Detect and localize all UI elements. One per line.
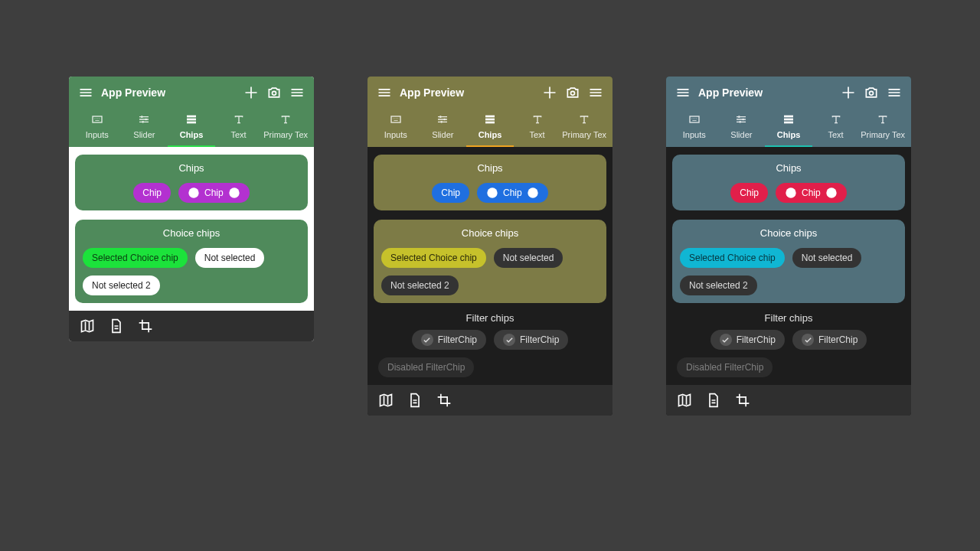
- overflow-menu-icon[interactable]: [289, 85, 305, 100]
- chip[interactable]: Chip: [133, 183, 171, 203]
- chips-card: Chips Chip Chip: [672, 155, 905, 210]
- map-icon[interactable]: [80, 318, 95, 334]
- map-icon[interactable]: [378, 393, 394, 408]
- tab-inputs[interactable]: Inputs: [74, 113, 121, 147]
- document-icon[interactable]: [109, 318, 124, 334]
- tune-icon: [138, 113, 150, 126]
- page-content: Chips Chip Chip Choice chips Selected Ch…: [666, 147, 911, 385]
- card-title: Choice chips: [760, 227, 817, 239]
- choice-chip-selected[interactable]: Selected Choice chip: [381, 248, 486, 268]
- filter-chip[interactable]: FilterChip: [710, 330, 785, 350]
- account-icon: [188, 187, 200, 199]
- menu-icon[interactable]: [675, 85, 691, 100]
- filter-chips-section: Filter chips FilterChip FilterChip Disab…: [374, 312, 606, 377]
- tab-slider[interactable]: Slider: [420, 113, 467, 147]
- filter-chip[interactable]: FilterChip: [792, 330, 867, 350]
- app-header: App Preview Inputs Slider Chips Text Pri…: [666, 77, 911, 147]
- chip[interactable]: Chip: [432, 183, 469, 203]
- section-title: Filter chips: [672, 312, 905, 324]
- tune-icon: [436, 113, 449, 126]
- document-icon[interactable]: [407, 393, 423, 408]
- add-icon[interactable]: [841, 85, 856, 100]
- check-icon: [421, 334, 433, 346]
- storage-icon: [782, 113, 795, 126]
- storage-icon: [484, 113, 496, 126]
- app-header: App Preview Inputs Slider Chips Text Pri…: [69, 77, 314, 147]
- chips-card: Chips Chip Chip: [75, 155, 308, 210]
- choice-chips-card: Choice chips Selected Choice chip Not se…: [75, 220, 308, 303]
- phone-preview: App Preview Inputs Slider Chips Text Pri…: [69, 77, 314, 341]
- camera-icon[interactable]: [864, 85, 879, 100]
- tab-text[interactable]: Text: [514, 113, 561, 147]
- choice-chip[interactable]: Not selected: [195, 248, 265, 268]
- close-icon[interactable]: [825, 187, 838, 199]
- choice-chip-selected[interactable]: Selected Choice chip: [83, 248, 188, 268]
- choice-chip[interactable]: Not selected 2: [83, 276, 160, 295]
- tab-slider[interactable]: Slider: [121, 113, 168, 147]
- close-icon[interactable]: [527, 187, 539, 199]
- tab-bar: Inputs Slider Chips Text Primary Tex: [69, 109, 314, 147]
- map-icon[interactable]: [677, 393, 692, 408]
- tab-chips[interactable]: Chips: [466, 113, 514, 147]
- camera-icon[interactable]: [266, 85, 282, 100]
- add-icon[interactable]: [542, 85, 557, 100]
- avatar-chip[interactable]: Chip: [178, 183, 250, 203]
- card-title: Choice chips: [462, 227, 518, 239]
- bottom-bar: [368, 385, 612, 416]
- tab-bar: Inputs Slider Chips Text Primary Tex: [666, 109, 911, 147]
- check-icon: [802, 334, 814, 346]
- menu-icon[interactable]: [78, 85, 93, 100]
- filter-chip-disabled: Disabled FilterChip: [378, 357, 474, 377]
- choice-chip[interactable]: Not selected 2: [680, 276, 757, 295]
- text-fields-icon: [531, 113, 544, 126]
- section-title: Filter chips: [374, 312, 606, 324]
- account-icon: [785, 187, 797, 199]
- close-icon[interactable]: [228, 187, 240, 199]
- avatar-chip[interactable]: Chip: [776, 183, 847, 203]
- overflow-menu-icon[interactable]: [588, 85, 603, 100]
- crop-icon[interactable]: [735, 393, 750, 408]
- tab-primary-text[interactable]: Primary Tex: [859, 113, 906, 147]
- check-icon: [720, 334, 732, 346]
- storage-icon: [185, 113, 198, 126]
- text-fields-icon: [233, 113, 245, 126]
- tab-primary-text[interactable]: Primary Tex: [262, 113, 309, 147]
- choice-chip-selected[interactable]: Selected Choice chip: [680, 248, 785, 268]
- card-title: Choice chips: [163, 227, 220, 239]
- tab-chips[interactable]: Chips: [168, 113, 215, 147]
- avatar-chip[interactable]: Chip: [477, 183, 548, 203]
- tab-inputs[interactable]: Inputs: [372, 113, 420, 147]
- filter-chip-disabled: Disabled FilterChip: [677, 357, 773, 377]
- choice-chip[interactable]: Not selected 2: [381, 276, 459, 295]
- add-icon[interactable]: [243, 85, 259, 100]
- chip[interactable]: Chip: [730, 183, 768, 203]
- app-title: App Preview: [101, 86, 165, 99]
- tab-bar: Inputs Slider Chips Text Primary Tex: [368, 109, 612, 147]
- page-content: Chips Chip Chip Choice chips Selected Ch…: [69, 147, 314, 311]
- keyboard-icon: [91, 113, 103, 126]
- tab-text[interactable]: Text: [812, 113, 860, 147]
- card-title: Chips: [477, 162, 502, 174]
- text-fields-icon: [830, 113, 842, 126]
- tab-chips[interactable]: Chips: [765, 113, 812, 147]
- app-title: App Preview: [400, 86, 464, 99]
- filter-chip[interactable]: FilterChip: [412, 330, 486, 350]
- choice-chip[interactable]: Not selected: [494, 248, 564, 268]
- crop-icon[interactable]: [436, 393, 452, 408]
- text-fields-icon: [877, 113, 889, 126]
- app-header: App Preview Inputs Slider Chips Text Pri…: [368, 77, 612, 147]
- menu-icon[interactable]: [377, 85, 392, 100]
- tab-slider[interactable]: Slider: [718, 113, 766, 147]
- crop-icon[interactable]: [138, 318, 153, 334]
- choice-chip[interactable]: Not selected: [792, 248, 862, 268]
- overflow-menu-icon[interactable]: [887, 85, 902, 100]
- account-icon: [486, 187, 498, 199]
- camera-icon[interactable]: [565, 85, 580, 100]
- app-title: App Preview: [698, 86, 763, 99]
- filter-chip[interactable]: FilterChip: [494, 330, 568, 350]
- tab-inputs[interactable]: Inputs: [671, 113, 718, 147]
- document-icon[interactable]: [706, 393, 721, 408]
- text-fields-icon: [279, 113, 292, 126]
- tab-text[interactable]: Text: [215, 113, 263, 147]
- tab-primary-text[interactable]: Primary Tex: [560, 113, 608, 147]
